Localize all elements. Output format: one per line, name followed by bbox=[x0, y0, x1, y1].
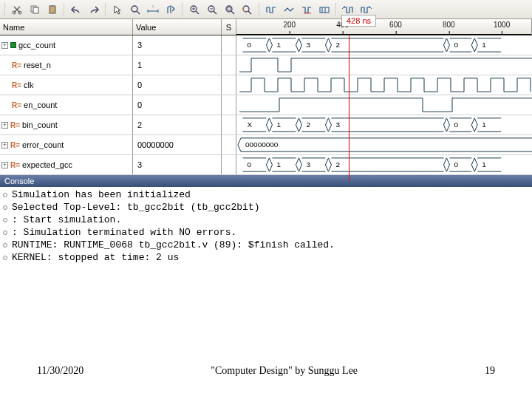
bullet-icon bbox=[3, 193, 7, 197]
signal-value: 00000000 bbox=[133, 135, 222, 154]
console-line: RUNTIME: RUNTIME_0068 tb_gcc2bit.v (89):… bbox=[3, 239, 529, 251]
footer-title: "Computer Design" by Sunggu Lee bbox=[211, 365, 358, 377]
svg-point-19 bbox=[243, 6, 249, 12]
console-line: : Start simulation. bbox=[3, 214, 529, 226]
signal-tag: R= bbox=[10, 161, 20, 169]
svg-line-7 bbox=[137, 11, 140, 14]
svg-line-20 bbox=[248, 11, 251, 14]
wave-tool-c-icon[interactable] bbox=[299, 2, 315, 17]
expand-icon[interactable]: + bbox=[1, 142, 8, 149]
signal-tag: R= bbox=[12, 101, 21, 109]
time-ruler[interactable]: 200 400 600 800 1000 bbox=[236, 19, 532, 35]
svg-line-10 bbox=[196, 11, 199, 14]
waveform-area[interactable] bbox=[236, 95, 532, 115]
bullet-icon bbox=[3, 218, 7, 222]
svg-rect-18 bbox=[228, 7, 231, 10]
console-line: Simulation has been initialized bbox=[3, 188, 529, 201]
wave-tool-a-icon[interactable] bbox=[263, 2, 279, 17]
cursor-line[interactable] bbox=[349, 35, 349, 181]
column-headers: Name Value S 200 400 600 800 1000 bbox=[0, 19, 532, 35]
console-header[interactable]: Console bbox=[0, 175, 532, 187]
svg-text:0: 0 bbox=[247, 160, 251, 168]
svg-text:0: 0 bbox=[454, 41, 458, 49]
value-header[interactable]: Value bbox=[133, 19, 222, 35]
signal-row[interactable]: +R=bin_count 2 X12301 bbox=[0, 115, 532, 135]
measure-icon[interactable]: T bbox=[145, 2, 161, 17]
wave-tool-d-icon[interactable] bbox=[316, 2, 332, 17]
svg-text:X: X bbox=[247, 120, 252, 129]
goto-icon[interactable] bbox=[163, 2, 179, 17]
zoom-range-icon[interactable] bbox=[239, 2, 256, 17]
console-body: Simulation has been initializedSelected … bbox=[0, 187, 532, 265]
toolbar-divider bbox=[64, 3, 65, 16]
waveform-area[interactable] bbox=[236, 75, 532, 95]
svg-text:00000000: 00000000 bbox=[245, 140, 279, 149]
signal-value: 3 bbox=[133, 35, 222, 55]
svg-text:3: 3 bbox=[306, 41, 310, 49]
expand-icon[interactable]: + bbox=[1, 42, 8, 49]
signal-tag: R= bbox=[10, 141, 20, 149]
cut-icon[interactable] bbox=[9, 2, 25, 17]
toolbar-divider bbox=[4, 3, 6, 16]
signal-row[interactable]: +R=error_count 00000000 00000000 bbox=[0, 135, 532, 155]
svg-text:1: 1 bbox=[276, 120, 281, 129]
svg-rect-24 bbox=[320, 7, 329, 13]
svg-rect-5 bbox=[51, 5, 54, 7]
svg-text:0: 0 bbox=[247, 41, 251, 49]
svg-text:T: T bbox=[151, 5, 154, 8]
expand-icon[interactable]: + bbox=[1, 122, 8, 129]
signal-name: bin_count bbox=[22, 120, 58, 129]
ruler-tick: 800 bbox=[443, 21, 455, 29]
zoom-in-icon[interactable] bbox=[186, 2, 202, 17]
svg-line-17 bbox=[231, 11, 234, 14]
signal-name: clk bbox=[24, 81, 33, 89]
waveform-area[interactable] bbox=[236, 55, 532, 75]
svg-text:3: 3 bbox=[306, 160, 310, 168]
signal-dot-icon bbox=[10, 42, 16, 48]
svg-line-21 bbox=[242, 7, 244, 9]
zoom-icon[interactable] bbox=[127, 2, 143, 17]
svg-text:2: 2 bbox=[306, 120, 310, 129]
signal-row[interactable]: +gcc_count 3 013201 bbox=[0, 35, 532, 55]
signal-tag: R= bbox=[12, 61, 21, 69]
zoom-out-icon[interactable] bbox=[204, 2, 220, 17]
cursor-time-badge[interactable]: 428 ns bbox=[341, 15, 376, 27]
signal-row[interactable]: R=clk 0 bbox=[0, 75, 532, 95]
waveform-area[interactable]: 013201 bbox=[236, 155, 532, 174]
waveform-area[interactable]: 013201 bbox=[236, 35, 532, 55]
s-header[interactable]: S bbox=[222, 19, 236, 35]
toolbar-divider bbox=[105, 3, 106, 16]
bullet-icon bbox=[3, 243, 7, 248]
waveform-area[interactable]: X12301 bbox=[236, 115, 532, 134]
console-line: KERNEL: stopped at time: 2 us bbox=[3, 251, 529, 264]
console-line: : Simulation terminated with NO errors. bbox=[3, 226, 529, 239]
signal-row[interactable]: +R=expected_gcc 3 013201 bbox=[0, 155, 532, 175]
signal-value: 3 bbox=[133, 155, 222, 174]
zoom-fit-icon[interactable] bbox=[222, 2, 238, 17]
signal-name: reset_n bbox=[24, 61, 51, 69]
footer-date: 11/30/2020 bbox=[37, 365, 83, 377]
svg-text:1: 1 bbox=[482, 41, 486, 49]
signal-name: error_count bbox=[22, 140, 64, 149]
expand-icon[interactable]: + bbox=[1, 162, 8, 168]
signal-value: 1 bbox=[133, 55, 222, 75]
ruler-tick: 1000 bbox=[494, 21, 510, 29]
redo-icon[interactable] bbox=[86, 2, 102, 17]
copy-icon[interactable] bbox=[27, 2, 43, 17]
signal-row[interactable]: R=reset_n 1 bbox=[0, 55, 532, 75]
signal-tag: R= bbox=[12, 81, 21, 89]
ruler-tick: 200 bbox=[283, 21, 296, 29]
toolbar-divider bbox=[259, 3, 260, 16]
paste-icon[interactable] bbox=[44, 2, 61, 17]
svg-line-22 bbox=[242, 9, 244, 10]
undo-icon[interactable] bbox=[68, 2, 84, 17]
svg-rect-4 bbox=[50, 6, 55, 13]
waveform-area[interactable]: 00000000 bbox=[236, 135, 532, 154]
wave-tool-b-icon[interactable] bbox=[281, 2, 297, 17]
svg-text:1: 1 bbox=[482, 160, 486, 168]
name-header[interactable]: Name bbox=[0, 19, 133, 35]
signal-value: 0 bbox=[133, 75, 222, 95]
signal-row[interactable]: R=en_count 0 bbox=[0, 95, 532, 115]
svg-text:0: 0 bbox=[454, 160, 458, 168]
pointer-icon[interactable] bbox=[109, 2, 126, 17]
